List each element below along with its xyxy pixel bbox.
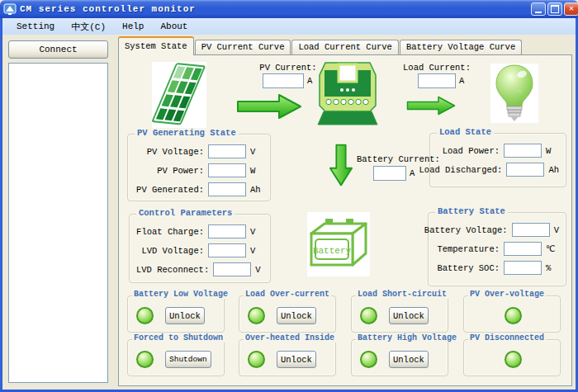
status-load-short-circuit: Load Short-circuit Unlock	[351, 295, 448, 333]
connect-button[interactable]: Connect	[8, 40, 108, 59]
battery-voltage-unit: V	[554, 225, 559, 235]
battery-soc-label: Battery SOC:	[437, 263, 500, 273]
battery-high-voltage-title: Battery High Voltage	[356, 333, 458, 342]
battery-high-voltage-unlock-button[interactable]: Unlock	[389, 351, 429, 368]
pv-to-controller-arrow-icon	[236, 92, 302, 123]
menu-bar: Setting 中文(C) Help About	[2, 18, 576, 35]
battery-state-group: Battery State Battery Voltage:V Temperat…	[428, 212, 566, 286]
battery-current-label: Battery Current:	[357, 154, 448, 164]
battery-voltage-input[interactable]	[512, 223, 550, 237]
load-short-circuit-unlock-button[interactable]: Unlock	[389, 307, 429, 324]
float-charge-input[interactable]	[208, 224, 246, 239]
load-state-group: Load State Load Power:W Load Discharged:…	[429, 133, 566, 187]
lvd-reconnect-label: LVD Reconnect:	[136, 265, 209, 275]
load-discharged-label: Load Discharged:	[419, 165, 503, 175]
controller-to-load-arrow-icon	[406, 93, 456, 120]
pv-voltage-unit: V	[250, 147, 263, 157]
controller-icon	[317, 60, 378, 129]
battery-high-voltage-led-icon	[360, 351, 377, 368]
load-discharged-unit: Ah	[548, 165, 559, 175]
tab-pv-current-curve[interactable]: PV Current Curve	[195, 40, 291, 55]
device-list[interactable]	[8, 63, 108, 383]
load-short-circuit-led-icon	[360, 307, 377, 324]
load-over-current-title: Load Over-current	[244, 290, 331, 299]
app-window: CM series controller monitor ✕ Setting 中…	[0, 0, 578, 392]
battery-current-unit: A	[410, 168, 415, 178]
load-discharged-input[interactable]	[506, 163, 544, 177]
menu-language[interactable]: 中文(C)	[64, 19, 113, 35]
tab-system-state[interactable]: System State	[118, 36, 194, 55]
solar-panel-icon	[152, 62, 206, 130]
pv-voltage-input[interactable]	[208, 144, 246, 158]
over-heated-inside-title: Over-heated Inside	[244, 333, 336, 342]
pv-power-unit: W	[250, 166, 263, 176]
pv-voltage-label: PV Voltage:	[147, 147, 204, 157]
pv-generated-input[interactable]	[208, 182, 246, 196]
close-icon: ✕	[569, 5, 574, 13]
battery-voltage-label: Battery Voltage:	[424, 225, 508, 235]
forced-to-shutdown-title: Forced to Shutdown	[132, 333, 225, 342]
load-short-circuit-title: Load Short-circuit	[356, 290, 448, 299]
pv-disconnected-led-icon	[505, 351, 522, 368]
status-battery-high-voltage: Battery High Voltage Unlock	[351, 339, 448, 376]
menu-help[interactable]: Help	[115, 20, 151, 33]
load-current-label: Load Current:	[391, 63, 482, 73]
tab-bar: System State PV Current Curve Load Curre…	[118, 38, 523, 55]
status-over-heated-inside: Over-heated Inside Unlock	[239, 339, 336, 376]
lvd-voltage-input[interactable]	[208, 243, 246, 257]
load-state-title: Load State	[437, 127, 494, 137]
controller-to-battery-arrow-icon	[329, 143, 353, 190]
pv-over-voltage-led-icon	[505, 307, 522, 324]
pv-generated-unit: Ah	[250, 185, 263, 195]
load-over-current-unlock-button[interactable]: Unlock	[277, 307, 316, 324]
float-charge-label: Float Charge:	[136, 227, 204, 237]
pv-power-input[interactable]	[208, 163, 246, 177]
battery-low-voltage-unlock-button[interactable]: Unlock	[165, 307, 205, 324]
over-heated-inside-led-icon	[248, 351, 265, 368]
status-load-over-current: Load Over-current Unlock	[239, 295, 336, 333]
maximize-button[interactable]	[547, 2, 562, 16]
window-title: CM series controller monitor	[20, 4, 196, 14]
menu-about[interactable]: About	[153, 20, 195, 33]
float-charge-unit: V	[250, 227, 263, 237]
pv-current-input[interactable]	[263, 73, 304, 88]
menu-setting[interactable]: Setting	[9, 20, 62, 33]
minimize-button[interactable]	[531, 2, 546, 16]
forced-to-shutdown-led-icon	[136, 351, 154, 368]
load-over-current-led-icon	[248, 307, 265, 324]
tab-load-current-curve[interactable]: Load Current Curve	[291, 40, 398, 55]
battery-low-voltage-title: Battery Low Voltage	[132, 290, 230, 299]
pv-generated-label: PV Generated:	[136, 185, 204, 195]
shutdown-button[interactable]: Shutdown	[165, 351, 211, 368]
status-pv-over-voltage: PV Over-voltage	[463, 295, 561, 333]
lvd-voltage-label: LVD Voltage:	[141, 246, 204, 256]
close-button[interactable]: ✕	[564, 2, 578, 16]
battery-icon: Battery	[307, 212, 370, 276]
battery-low-voltage-led-icon	[136, 307, 154, 324]
temperature-input[interactable]	[504, 242, 542, 256]
minimize-icon	[535, 12, 542, 13]
light-bulb-icon	[490, 64, 538, 123]
battery-state-title: Battery State	[435, 206, 508, 216]
temperature-unit: ℃	[546, 243, 559, 254]
load-power-unit: W	[546, 146, 559, 156]
battery-soc-input[interactable]	[504, 261, 542, 275]
status-pv-disconnected: PV Disconnected	[463, 339, 561, 376]
tab-battery-voltage-curve[interactable]: Battery Voltage Curve	[400, 40, 522, 55]
battery-soc-unit: %	[546, 263, 559, 273]
lvd-voltage-unit: V	[250, 246, 263, 256]
pv-over-voltage-title: PV Over-voltage	[468, 290, 546, 299]
load-current-unit: A	[459, 76, 464, 86]
lvd-reconnect-unit: V	[255, 265, 263, 275]
lvd-reconnect-input[interactable]	[213, 262, 251, 276]
pv-disconnected-title: PV Disconnected	[468, 333, 546, 342]
battery-current-input[interactable]	[373, 166, 406, 181]
control-parameters-title: Control Parameters	[136, 208, 235, 218]
status-battery-low-voltage: Battery Low Voltage Unlock	[127, 295, 225, 333]
window-border-left	[0, 18, 2, 392]
load-power-input[interactable]	[504, 144, 542, 158]
system-state-panel: PV Current: A Load Current: A	[118, 54, 572, 386]
load-current-input[interactable]	[418, 73, 456, 88]
battery-icon-label: Battery	[313, 246, 352, 256]
over-heated-inside-unlock-button[interactable]: Unlock	[277, 351, 316, 368]
